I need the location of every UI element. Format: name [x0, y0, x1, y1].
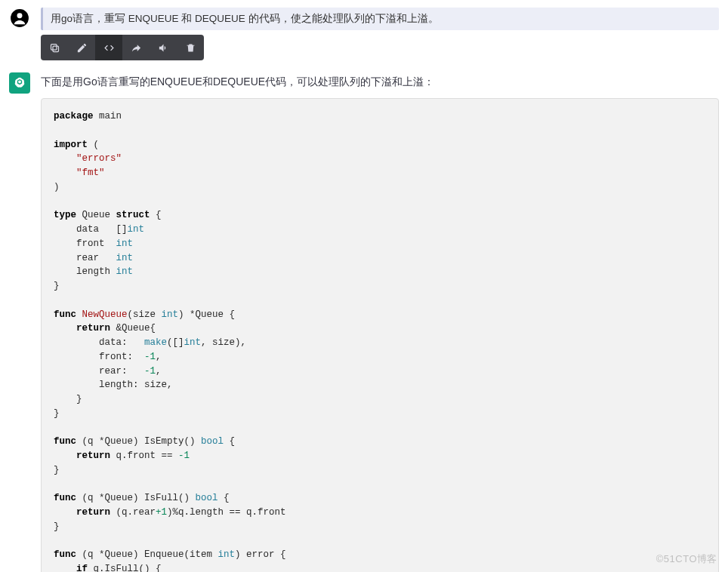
openai-icon	[13, 76, 26, 90]
assistant-avatar	[9, 72, 30, 94]
svg-point-1	[17, 13, 23, 18]
assistant-intro: 下面是用Go语言重写的ENQUEUE和DEQUEUE代码，可以处理队列的下溢和上…	[41, 72, 719, 89]
person-icon	[10, 8, 29, 28]
edit-button[interactable]	[68, 35, 95, 60]
user-message-row: 用go语言，重写 ENQUEUE 和 DEQUEUE 的代码，使之能处理队列的下…	[0, 0, 728, 60]
user-bubble: 用go语言，重写 ENQUEUE 和 DEQUEUE 的代码，使之能处理队列的下…	[41, 8, 719, 60]
svg-rect-2	[53, 46, 59, 52]
user-text: 用go语言，重写 ENQUEUE 和 DEQUEUE 的代码，使之能处理队列的下…	[41, 8, 719, 30]
trash-icon	[185, 42, 196, 54]
pencil-icon	[76, 42, 88, 54]
assistant-bubble: 下面是用Go语言重写的ENQUEUE和DEQUEUE代码，可以处理队列的下溢和上…	[41, 72, 719, 572]
share-button[interactable]	[122, 35, 150, 60]
copy-icon	[49, 42, 60, 54]
share-icon	[131, 42, 142, 54]
copy-button[interactable]	[41, 35, 68, 60]
volume-icon	[158, 42, 169, 54]
user-avatar	[9, 8, 30, 29]
svg-rect-3	[51, 44, 57, 50]
code-icon	[103, 42, 115, 54]
code-block: package main import ( "errors" "fmt" ) t…	[41, 98, 719, 572]
delete-button[interactable]	[177, 35, 204, 60]
watermark: ©51CTO博客	[656, 552, 717, 566]
code-button[interactable]	[95, 35, 122, 60]
assistant-message-row: 下面是用Go语言重写的ENQUEUE和DEQUEUE代码，可以处理队列的下溢和上…	[0, 65, 728, 572]
volume-button[interactable]	[150, 35, 177, 60]
message-toolbar	[41, 35, 204, 60]
code-content: package main import ( "errors" "fmt" ) t…	[42, 99, 718, 572]
